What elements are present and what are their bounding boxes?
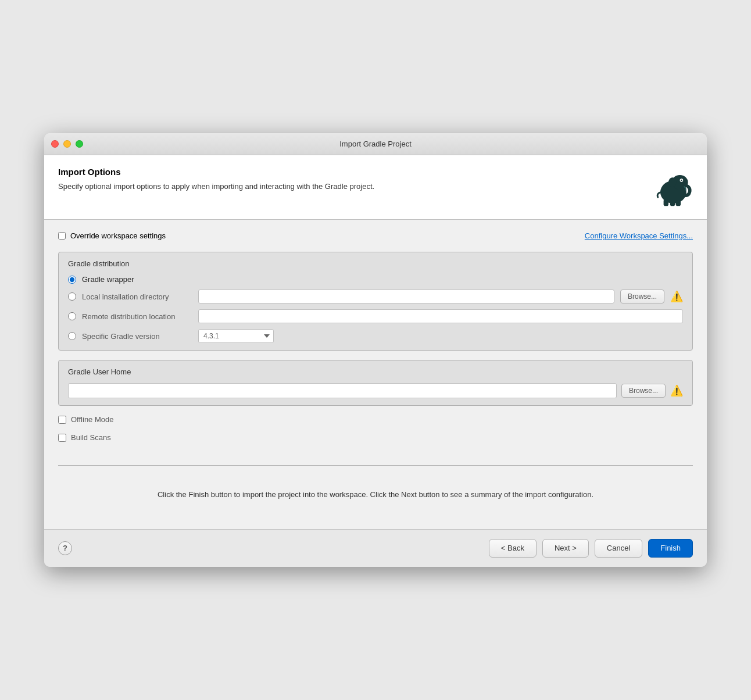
local-installation-label: Local installation directory <box>82 292 192 301</box>
specific-version-radio[interactable] <box>68 332 76 340</box>
override-left: Override workspace settings <box>58 231 166 240</box>
header-title: Import Options <box>58 167 641 177</box>
close-button[interactable] <box>51 140 59 148</box>
gradle-wrapper-row: Gradle wrapper <box>68 275 683 284</box>
local-warning-icon: ⚠️ <box>670 291 683 302</box>
window: Import Gradle Project Import Options Spe… <box>44 133 707 567</box>
traffic-lights <box>51 140 83 148</box>
cancel-button[interactable]: Cancel <box>595 539 642 558</box>
elephant-icon <box>652 167 693 208</box>
user-home-input-row: Browse... ⚠️ <box>68 383 683 398</box>
version-select[interactable]: 4.3.1 4.2 4.1 4.0 <box>198 329 274 343</box>
user-home-warning-icon: ⚠️ <box>670 385 683 396</box>
local-installation-input[interactable] <box>198 290 614 303</box>
svg-point-5 <box>681 180 682 180</box>
main-body: Override workspace settings Configure Wo… <box>44 220 707 529</box>
build-scans-label: Build Scans <box>71 433 111 442</box>
configure-workspace-link[interactable]: Configure Workspace Settings... <box>585 231 693 240</box>
gradle-wrapper-radio[interactable] <box>68 276 76 284</box>
divider <box>58 465 693 466</box>
svg-rect-8 <box>676 200 681 206</box>
override-workspace-label: Override workspace settings <box>70 231 166 240</box>
offline-mode-checkbox[interactable] <box>58 416 66 424</box>
user-home-browse-button[interactable]: Browse... <box>621 384 666 398</box>
header: Import Options Specify optional import o… <box>44 155 707 220</box>
svg-point-2 <box>668 177 677 187</box>
gradle-distribution-options: Gradle wrapper Local installation direct… <box>68 275 683 343</box>
header-description: Specify optional import options to apply… <box>58 181 641 192</box>
gradle-logo <box>652 167 693 208</box>
remote-distribution-label: Remote distribution location <box>82 312 192 321</box>
header-text: Import Options Specify optional import o… <box>58 167 641 192</box>
local-browse-button[interactable]: Browse... <box>620 290 664 303</box>
remote-distribution-radio[interactable] <box>68 312 76 320</box>
finish-button[interactable]: Finish <box>648 539 693 558</box>
svg-rect-6 <box>664 199 668 206</box>
override-workspace-checkbox[interactable] <box>58 232 66 240</box>
local-installation-row: Local installation directory Browse... ⚠… <box>68 290 683 303</box>
specific-version-row: Specific Gradle version 4.3.1 4.2 4.1 4.… <box>68 329 683 343</box>
back-button[interactable]: < Back <box>489 539 537 558</box>
svg-rect-7 <box>670 200 675 206</box>
remote-distribution-row: Remote distribution location <box>68 309 683 323</box>
build-scans-row: Build Scans <box>58 433 693 442</box>
window-title: Import Gradle Project <box>339 140 412 148</box>
help-button[interactable]: ? <box>58 541 72 555</box>
gradle-user-home-title: Gradle User Home <box>68 367 683 376</box>
build-scans-checkbox[interactable] <box>58 434 66 442</box>
footer-buttons: < Back Next > Cancel Finish <box>489 539 693 558</box>
local-installation-radio[interactable] <box>68 292 76 301</box>
gradle-wrapper-label: Gradle wrapper <box>82 275 192 284</box>
gradle-distribution-section: Gradle distribution Gradle wrapper Local… <box>58 252 693 351</box>
footer: ? < Back Next > Cancel Finish <box>44 529 707 567</box>
next-button[interactable]: Next > <box>542 539 589 558</box>
maximize-button[interactable] <box>76 140 83 148</box>
gradle-distribution-title: Gradle distribution <box>68 259 683 268</box>
titlebar: Import Gradle Project <box>44 133 707 155</box>
specific-version-label: Specific Gradle version <box>82 332 192 341</box>
offline-mode-row: Offline Mode <box>58 415 693 424</box>
footer-left: ? <box>58 541 72 555</box>
gradle-user-home-section: Gradle User Home Browse... ⚠️ <box>58 360 693 406</box>
override-row: Override workspace settings Configure Wo… <box>58 229 693 242</box>
user-home-input[interactable] <box>68 383 617 398</box>
remote-distribution-input[interactable] <box>198 309 683 323</box>
info-text: Click the Finish button to import the pr… <box>58 480 693 510</box>
offline-mode-label: Offline Mode <box>71 415 113 424</box>
minimize-button[interactable] <box>63 140 71 148</box>
